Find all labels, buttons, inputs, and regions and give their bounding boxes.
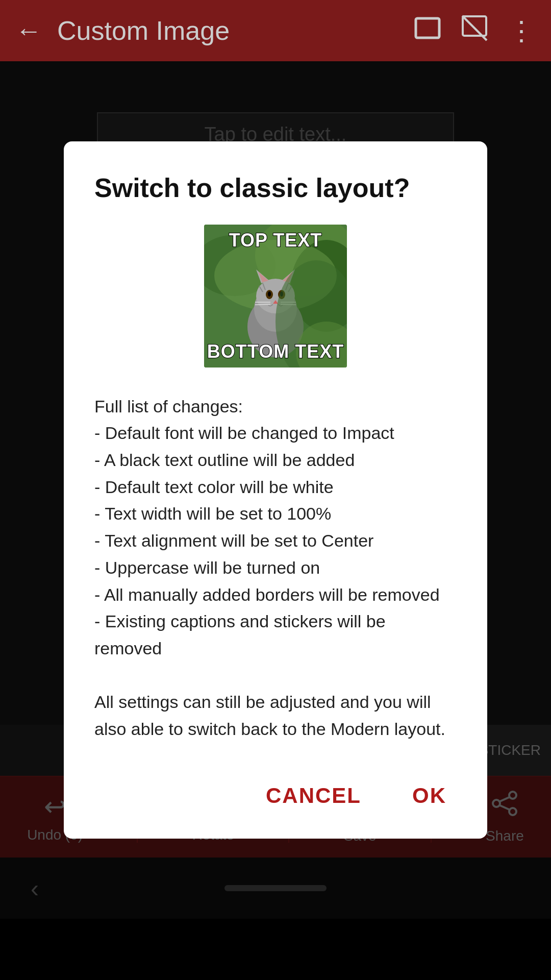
top-bar-actions: ⋮ — [414, 15, 536, 46]
dialog-body: Full list of changes: - Default font wil… — [94, 393, 457, 743]
back-button[interactable]: ← — [15, 15, 42, 46]
dialog-buttons: CANCEL OK — [94, 768, 457, 813]
dialog-title: Switch to classic layout? — [94, 172, 457, 204]
ok-button[interactable]: OK — [402, 778, 457, 813]
main-area: Tap to edit text... ADD TEXT + STICKER ↩… — [0, 61, 551, 919]
page-title: Custom Image — [57, 15, 414, 46]
more-icon[interactable]: ⋮ — [508, 15, 536, 46]
aspect-ratio-icon[interactable] — [414, 17, 441, 44]
svg-line-28 — [255, 304, 270, 305]
dialog-overlay: Switch to classic layout? — [0, 61, 551, 919]
svg-rect-0 — [416, 18, 439, 38]
meme-preview: TOP TEXT BOTTOM TEXT — [204, 225, 347, 368]
top-bar: ← Custom Image ⋮ — [0, 0, 551, 61]
crop-icon[interactable] — [461, 15, 488, 46]
cancel-button[interactable]: CANCEL — [256, 778, 371, 813]
svg-point-24 — [268, 291, 271, 297]
meme-top-text: TOP TEXT — [204, 230, 347, 251]
meme-bottom-text: BOTTOM TEXT — [204, 341, 347, 362]
switch-layout-dialog: Switch to classic layout? — [64, 141, 487, 838]
